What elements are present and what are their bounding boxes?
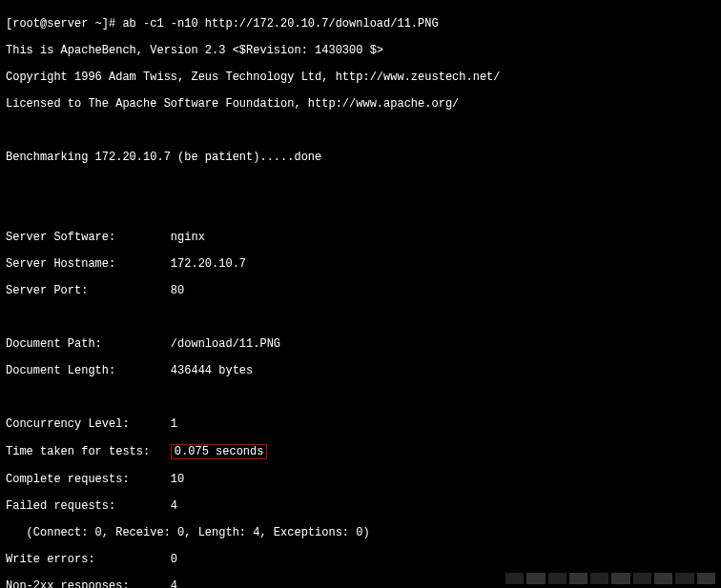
kv-label: Server Software:	[6, 231, 115, 244]
command-line: [root@server ~]# ab -c1 -n10 http://172.…	[6, 17, 715, 30]
kv-label: Time taken for tests:	[6, 445, 150, 458]
output-line: Licensed to The Apache Software Foundati…	[6, 97, 715, 111]
command-text: ab -c1 -n10 http://172.20.10.7/download/…	[122, 17, 438, 30]
kv-line: Complete requests: 10	[6, 473, 715, 486]
output-line	[6, 124, 715, 137]
kv-line: Server Software: nginx	[6, 231, 715, 244]
kv-label: Document Length:	[6, 364, 115, 377]
output-line	[6, 177, 715, 191]
kv-line: Document Path: /download/11.PNG	[6, 337, 715, 351]
kv-value: 436444 bytes	[171, 364, 253, 377]
output-line	[6, 311, 715, 324]
kv-label: Server Hostname:	[6, 257, 115, 271]
kv-value: 0	[171, 553, 177, 566]
kv-label: Document Path:	[6, 337, 102, 351]
kv-label: Complete requests:	[6, 473, 130, 486]
output-line	[6, 391, 715, 404]
output-line: This is ApacheBench, Version 2.3 <$Revis…	[6, 44, 715, 57]
output-line: Copyright 1996 Adam Twiss, Zeus Technolo…	[6, 71, 715, 84]
kv-label: Write errors:	[6, 553, 95, 566]
kv-value: 10	[171, 473, 184, 486]
kv-value: 1	[171, 417, 177, 431]
kv-value: nginx	[171, 231, 205, 244]
kv-value: 4	[171, 499, 177, 513]
kv-line: Document Length: 436444 bytes	[6, 364, 715, 377]
output-line	[6, 204, 715, 217]
kv-value: /download/11.PNG	[171, 337, 280, 351]
kv-label: Failed requests:	[6, 499, 115, 513]
kv-label: Server Port:	[6, 284, 88, 297]
kv-value: 4	[171, 579, 177, 588]
output-line: (Connect: 0, Receive: 0, Length: 4, Exce…	[6, 526, 715, 539]
kv-line: Server Hostname: 172.20.10.7	[6, 257, 715, 271]
prompt: [root@server ~]#	[6, 17, 122, 30]
kv-line-highlighted: Time taken for tests: 0.075 seconds	[6, 444, 715, 459]
terminal-window[interactable]: [root@server ~]# ab -c1 -n10 http://172.…	[0, 0, 721, 588]
time-taken-highlight: 0.075 seconds	[171, 444, 268, 459]
kv-value: 80	[171, 284, 184, 297]
kv-line: Concurrency Level: 1	[6, 417, 715, 431]
watermark-blur	[505, 573, 715, 584]
output-line: Benchmarking 172.20.10.7 (be patient)...…	[6, 151, 715, 164]
kv-label: Concurrency Level:	[6, 417, 130, 431]
kv-line: Write errors: 0	[6, 553, 715, 566]
kv-line: Failed requests: 4	[6, 499, 715, 513]
kv-line: Server Port: 80	[6, 284, 715, 297]
kv-label: Non-2xx responses:	[6, 579, 130, 588]
kv-value: 172.20.10.7	[171, 257, 246, 271]
